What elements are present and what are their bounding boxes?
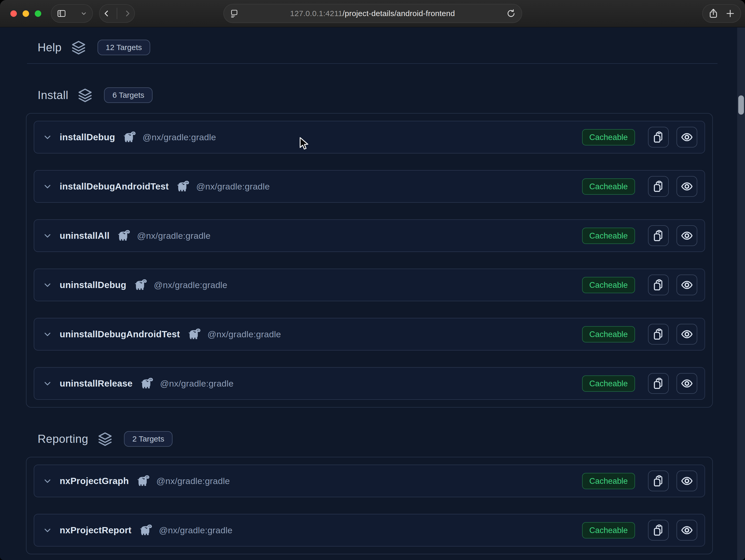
project-details-page: Help 12 Targets Install 6 [0, 28, 745, 560]
url-text[interactable]: 127.0.0.1:4211/project-details/android-f… [239, 9, 506, 18]
target-name: installDebug [60, 132, 115, 142]
cacheable-badge: Cacheable [582, 473, 635, 489]
target-executor: @nx/gradle:gradle [154, 280, 227, 290]
target-name: uninstallDebugAndroidTest [60, 329, 180, 339]
section-heading: Reporting 2 Targets [38, 430, 745, 448]
target-name: uninstallDebug [60, 280, 126, 290]
target-row[interactable]: uninstallDebugAndroidTest @nx/gradle:gra… [34, 318, 705, 351]
section-title: Reporting [38, 432, 88, 445]
eye-button[interactable] [677, 520, 697, 540]
section-title: Install [38, 89, 68, 102]
cacheable-badge: Cacheable [582, 375, 635, 392]
nav-divider [117, 8, 117, 19]
sidebar-toggle-group [51, 4, 93, 23]
gradle-elephant-icon [140, 378, 154, 389]
target-row[interactable]: uninstallAll @nx/gradle:gradle Cacheable [34, 219, 705, 252]
copy-button[interactable] [648, 373, 669, 394]
copy-button[interactable] [648, 275, 669, 295]
forward-button[interactable] [123, 9, 131, 18]
gradle-elephant-icon [123, 132, 136, 143]
chevron-down-icon[interactable] [42, 181, 53, 191]
eye-button[interactable] [677, 176, 697, 197]
copy-button[interactable] [648, 470, 669, 491]
target-group-section: Help 12 Targets [0, 38, 745, 64]
eye-button[interactable] [677, 225, 697, 246]
chevron-down-icon[interactable] [42, 525, 53, 535]
targets-count-badge: 2 Targets [124, 431, 172, 447]
section-heading: Help 12 Targets [38, 38, 745, 57]
chevron-down-icon[interactable] [80, 10, 87, 17]
gradle-elephant-icon [139, 524, 153, 536]
cacheable-badge: Cacheable [582, 178, 635, 195]
target-executor: @nx/gradle:gradle [207, 329, 281, 339]
cacheable-badge: Cacheable [582, 522, 635, 538]
chevron-down-icon[interactable] [42, 476, 53, 486]
gradle-elephant-icon [176, 181, 190, 192]
address-bar[interactable]: 127.0.0.1:4211/project-details/android-f… [223, 4, 522, 23]
browser-toolbar: 127.0.0.1:4211/project-details/android-f… [0, 0, 745, 27]
targets-container: installDebug @nx/gradle:gradle Cacheable [26, 113, 713, 408]
target-executor: @nx/gradle:gradle [137, 231, 210, 241]
zoom-window-button[interactable] [35, 10, 41, 17]
sidebar-icon[interactable] [57, 8, 66, 19]
copy-button[interactable] [648, 176, 669, 197]
share-icon[interactable] [708, 8, 719, 19]
target-executor: @nx/gradle:gradle [143, 132, 216, 142]
target-row[interactable]: installDebug @nx/gradle:gradle Cacheable [34, 121, 705, 153]
target-name: nxProjectReport [60, 525, 131, 535]
target-executor: @nx/gradle:gradle [160, 379, 233, 389]
target-name: nxProjectGraph [60, 476, 129, 486]
url-path: /project-details/android-frontend [343, 9, 455, 18]
target-row[interactable]: installDebugAndroidTest @nx/gradle:gradl… [34, 170, 705, 203]
close-window-button[interactable] [10, 10, 17, 17]
scrollbar-thumb[interactable] [738, 95, 744, 115]
target-row[interactable]: uninstallDebug @nx/gradle:gradle Cacheab… [34, 269, 705, 301]
target-executor: @nx/gradle:gradle [196, 181, 269, 191]
chevron-down-icon[interactable] [42, 231, 53, 241]
target-executor: @nx/gradle:gradle [156, 476, 230, 486]
chevron-down-icon[interactable] [42, 329, 53, 339]
new-tab-icon[interactable] [725, 8, 736, 19]
eye-button[interactable] [677, 373, 697, 394]
chevron-down-icon[interactable] [42, 280, 53, 290]
target-row[interactable]: nxProjectReport @nx/gradle:gradle Cachea… [34, 514, 705, 547]
browser-window: 127.0.0.1:4211/project-details/android-f… [0, 0, 745, 560]
target-name: uninstallRelease [60, 378, 133, 389]
back-button[interactable] [102, 9, 111, 18]
page-settings-icon[interactable] [230, 9, 239, 18]
target-name: installDebugAndroidTest [60, 181, 169, 191]
section-title: Help [38, 41, 62, 54]
chevron-down-icon[interactable] [42, 379, 53, 388]
target-row[interactable]: nxProjectGraph @nx/gradle:gradle Cacheab… [34, 465, 705, 497]
eye-button[interactable] [677, 275, 697, 295]
eye-button[interactable] [677, 470, 697, 491]
eye-button[interactable] [677, 127, 697, 147]
reload-button[interactable] [506, 8, 516, 19]
minimize-window-button[interactable] [23, 10, 29, 17]
gradle-elephant-icon [134, 279, 148, 291]
copy-button[interactable] [648, 324, 669, 345]
targets-count-badge: 12 Targets [98, 40, 151, 55]
targets-count-badge: 6 Targets [104, 88, 153, 103]
gradle-elephant-icon [137, 475, 150, 487]
target-row[interactable]: uninstallRelease @nx/gradle:gradle Cache… [34, 367, 705, 400]
copy-button[interactable] [648, 225, 669, 246]
target-executor: @nx/gradle:gradle [159, 525, 232, 535]
copy-button[interactable] [648, 127, 669, 147]
toolbar-right-group [702, 4, 741, 23]
gradle-elephant-icon [117, 230, 131, 241]
targets-container: nxProjectGraph @nx/gradle:gradle Cacheab… [26, 457, 713, 554]
target-name: uninstallAll [60, 231, 109, 241]
scrollbar-track[interactable] [737, 28, 745, 560]
target-group-section: Reporting 2 Targets nxProjectGraph [0, 430, 745, 554]
cacheable-badge: Cacheable [582, 326, 635, 343]
copy-button[interactable] [648, 520, 669, 540]
traffic-lights [10, 10, 41, 17]
layers-icon [71, 40, 86, 55]
layers-icon [98, 431, 112, 447]
cacheable-badge: Cacheable [582, 129, 635, 145]
chevron-down-icon[interactable] [42, 132, 53, 142]
eye-button[interactable] [677, 324, 697, 345]
cacheable-badge: Cacheable [582, 228, 635, 244]
gradle-elephant-icon [188, 328, 201, 340]
